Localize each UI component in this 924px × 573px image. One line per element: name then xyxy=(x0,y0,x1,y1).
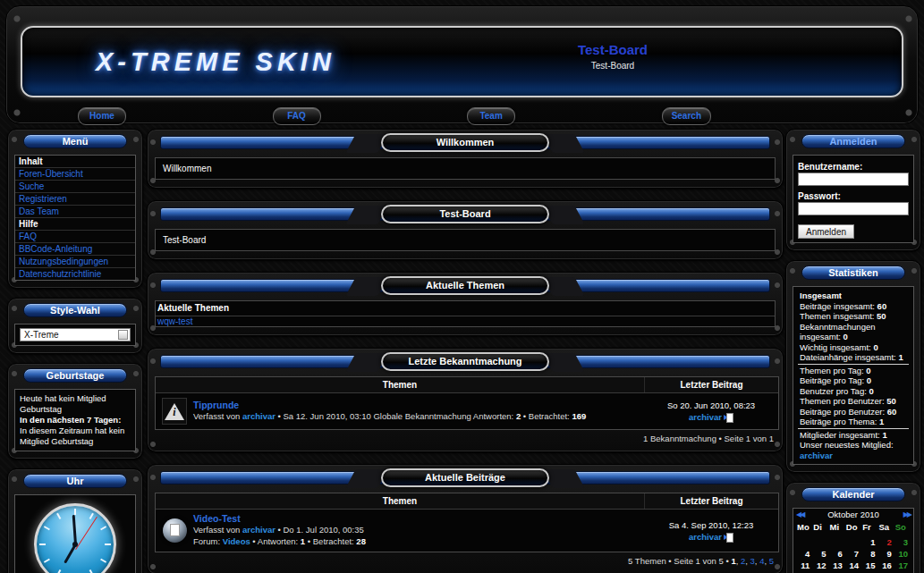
birthdays-panel-title: Geburtstage xyxy=(23,368,127,383)
author-link[interactable]: archivar xyxy=(242,525,276,535)
menu-item[interactable]: Hilfe xyxy=(15,218,135,231)
style-select[interactable]: X-Treme xyxy=(20,328,131,341)
section-title: Aktuelle Themen xyxy=(381,276,549,295)
calendar-date-cell[interactable]: 17 xyxy=(894,560,911,571)
calendar-date-cell[interactable] xyxy=(829,536,845,548)
menu-item[interactable]: Registrieren xyxy=(15,193,135,206)
menu-item[interactable]: BBCode-Anleitung xyxy=(15,243,135,256)
calendar-date-cell[interactable]: 11 xyxy=(796,560,812,571)
post-row: Video-Test Verfasst von archivar • Do 1.… xyxy=(156,510,778,552)
birthdays-body: Heute hat kein Mitglied Geburtstag In de… xyxy=(14,389,136,451)
lastpost-author-link[interactable]: archivar xyxy=(689,532,722,542)
board-title: Test-Board xyxy=(523,42,702,57)
page-link[interactable]: 2 xyxy=(736,556,746,566)
post-topic-cell: Video-Test Verfasst von archivar • Do 1.… xyxy=(193,510,644,552)
post-topic-link[interactable]: Video-Test xyxy=(193,513,241,524)
calendar-date-cell[interactable]: 2 xyxy=(877,536,894,548)
clock-tick xyxy=(75,544,114,545)
stat-row: Beiträge insgesamt: 60 xyxy=(798,301,909,312)
clock-panel-title: Uhr xyxy=(23,474,127,488)
calendar-date-cell[interactable]: 8 xyxy=(861,548,877,560)
calendar-date-cell[interactable] xyxy=(796,536,812,548)
nav-button[interactable]: Team xyxy=(467,107,515,125)
calendar-date-cell[interactable] xyxy=(812,536,828,548)
announce-table-header: Themen Letzter Beitrag xyxy=(156,377,778,393)
section-test-board: Test-Board Test-Board xyxy=(147,200,784,260)
nav-button[interactable]: FAQ xyxy=(273,107,321,125)
lastpost-date: Sa 4. Sep 2010, 12:23 xyxy=(669,520,754,530)
stat-label: Beiträge pro Thema: xyxy=(800,417,877,426)
goto-last-post-icon[interactable] xyxy=(724,413,733,421)
nav-button[interactable]: Search xyxy=(662,107,711,125)
topics-body: Aktuelle Themen wqw-test xyxy=(155,300,776,327)
col-themen: Themen xyxy=(156,377,644,392)
password-field[interactable] xyxy=(798,202,909,215)
section-header-bar: Aktuelle Beiträge xyxy=(160,471,770,485)
forum-link[interactable]: Videos xyxy=(223,536,250,546)
stat-value: 50 xyxy=(886,396,896,406)
section-title: Letzte Bekanntmachung xyxy=(381,352,549,371)
section-title: Test-Board xyxy=(381,205,549,223)
calendar-day-header: Fr xyxy=(861,521,877,533)
calendar-date-cell[interactable] xyxy=(845,536,861,548)
menu-item[interactable]: Das Team xyxy=(15,206,135,218)
goto-last-post-icon[interactable] xyxy=(724,533,733,541)
page-link[interactable]: 4 xyxy=(755,556,765,566)
calendar-date-cell[interactable]: 16 xyxy=(877,560,894,571)
views-count: 169 xyxy=(572,411,586,421)
topic-link[interactable]: wqw-test xyxy=(156,313,194,328)
calendar-date-cell[interactable]: 1 xyxy=(861,536,877,548)
calendar-date-cell[interactable]: 9 xyxy=(877,548,894,560)
replies-count: 2 xyxy=(516,411,521,421)
calendar-date-cell[interactable]: 3 xyxy=(894,536,911,548)
menu-item[interactable]: Inhalt xyxy=(15,156,135,168)
section-header-bar: Test-Board xyxy=(160,207,770,221)
stat-label: Unser neuestes Mitglied: xyxy=(800,440,894,450)
login-body: Benutzername: Passwort: Anmelden xyxy=(793,155,914,243)
calendar-date-cell[interactable]: 15 xyxy=(861,560,877,571)
post-meta-line2: Forum: Videos • Antworten: 1 • Betrachte… xyxy=(193,536,640,547)
lastpost-author-link[interactable]: archivar xyxy=(689,412,722,422)
stat-value: 50 xyxy=(877,311,886,321)
forum-label: Forum: xyxy=(193,536,220,546)
topics-list: wqw-test xyxy=(156,316,775,326)
page-link[interactable]: 3 xyxy=(745,556,755,566)
calendar-date-cell[interactable]: 7 xyxy=(845,548,861,560)
menu-item[interactable]: FAQ xyxy=(15,231,135,243)
menu-item[interactable]: Foren-Übersicht xyxy=(15,168,135,181)
stat-label: Themen pro Tag: xyxy=(800,366,864,375)
banner-frame: X-TREME SKIN Test-Board Test-Board HomeF… xyxy=(5,5,919,124)
menu-item[interactable]: Suche xyxy=(15,181,135,193)
birthdays-panel: Geburtstage Heute hat kein Mitglied Gebu… xyxy=(7,363,143,459)
calendar-date-cell[interactable]: 12 xyxy=(812,560,828,571)
calendar-date-cell[interactable]: 14 xyxy=(845,560,861,571)
calendar-day-header: Mi xyxy=(829,521,845,533)
menu-item[interactable]: Datenschutzrichtlinie xyxy=(15,268,135,280)
calendar-next-icon[interactable]: ▶▶ xyxy=(903,510,911,518)
calendar-date-cell[interactable]: 6 xyxy=(829,548,845,560)
clock-center-cap xyxy=(72,542,78,547)
calendar-day-header: Sa xyxy=(877,521,894,533)
announce-topic-link[interactable]: Tipprunde xyxy=(193,400,239,410)
calendar-date-cell[interactable]: 5 xyxy=(812,548,828,560)
topics-list-header: Aktuelle Themen xyxy=(156,301,775,316)
nav-button[interactable]: Home xyxy=(78,107,126,125)
stat-label: Insgesamt xyxy=(800,291,842,300)
username-label: Benutzername: xyxy=(798,162,909,172)
calendar-prev-icon[interactable]: ◀◀ xyxy=(796,510,803,518)
page-link[interactable]: 5 xyxy=(764,556,774,566)
section-aktuelle-beitraege: Aktuelle Beiträge Themen Letzter Beitrag… xyxy=(147,464,784,573)
login-button[interactable]: Anmelden xyxy=(798,224,854,239)
stat-row: Themen pro Benutzer: 50 xyxy=(798,396,909,407)
calendar-day-header: Do xyxy=(845,521,861,533)
menu-item[interactable]: Nutzungsbedingungen xyxy=(15,256,135,268)
stat-row: Unser neuestes Mitglied: archivar xyxy=(798,440,909,460)
author-link[interactable]: archivar xyxy=(242,411,276,421)
calendar-date-cell[interactable]: 10 xyxy=(894,548,911,560)
login-panel-title[interactable]: Anmelden xyxy=(801,134,905,148)
username-field[interactable] xyxy=(798,173,909,186)
calendar-date-cell[interactable]: 4 xyxy=(796,548,812,560)
replies-label: • Antworten: xyxy=(252,536,298,546)
calendar-date-cell[interactable]: 13 xyxy=(829,560,845,571)
stat-row: Themen insgesamt: 50 xyxy=(798,311,909,322)
